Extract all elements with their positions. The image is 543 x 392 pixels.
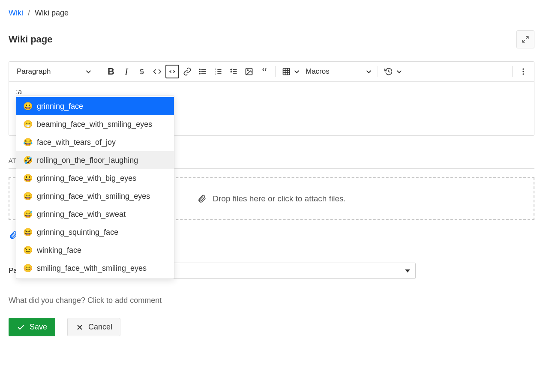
- heading-select-label: Paragraph: [17, 67, 51, 76]
- emoji-option[interactable]: 😃grinning_face_with_big_eyes: [16, 169, 174, 187]
- strikethrough-button[interactable]: [135, 64, 149, 79]
- emoji-name: grinning_face_with_sweat: [37, 210, 126, 219]
- svg-text:3: 3: [215, 72, 216, 75]
- emoji-name: grinning_squinting_face: [37, 228, 118, 237]
- more-button[interactable]: [516, 64, 531, 79]
- expand-button[interactable]: [516, 30, 534, 48]
- emoji-option[interactable]: 😉winking_face: [16, 241, 174, 259]
- svg-point-25: [522, 71, 524, 72]
- emoji-icon: 😅: [23, 209, 33, 219]
- code-button[interactable]: [150, 64, 165, 79]
- emoji-autocomplete: 😀grinning_face😁beaming_face_with_smiling…: [16, 96, 174, 279]
- history-button[interactable]: [381, 64, 403, 79]
- link-button[interactable]: [180, 64, 195, 79]
- svg-point-6: [200, 71, 201, 72]
- svg-point-18: [247, 70, 249, 71]
- emoji-icon: 😉: [23, 245, 33, 255]
- emoji-name: winking_face: [37, 246, 81, 255]
- breadcrumb-current: Wiki page: [35, 9, 69, 17]
- ordered-list-button[interactable]: 123: [211, 64, 225, 79]
- chevron-down-icon: [397, 69, 402, 73]
- emoji-icon: 😊: [23, 263, 33, 273]
- svg-point-5: [200, 69, 201, 70]
- svg-point-24: [522, 69, 524, 70]
- emoji-option[interactable]: 😄grinning_face_with_smiling_eyes: [16, 187, 174, 205]
- emoji-icon: 😂: [23, 138, 33, 147]
- macros-select[interactable]: Macros: [301, 65, 374, 78]
- dropzone-label: Drop files here or click to attach files…: [213, 194, 345, 203]
- emoji-name: beaming_face_with_smiling_eyes: [37, 120, 152, 129]
- svg-point-26: [522, 73, 524, 75]
- emoji-name: face_with_tears_of_joy: [37, 138, 116, 147]
- quote-button[interactable]: “: [257, 64, 272, 79]
- emoji-option[interactable]: 🤣rolling_on_the_floor_laughing: [16, 151, 174, 169]
- emoji-option[interactable]: 😀grinning_face: [16, 97, 174, 115]
- emoji-option[interactable]: 😊smiling_face_with_smiling_eyes: [16, 259, 174, 277]
- save-button[interactable]: Save: [9, 318, 55, 336]
- caret-down-icon: [405, 269, 410, 272]
- chevron-down-icon: [86, 69, 91, 73]
- svg-line-1: [522, 40, 525, 42]
- svg-line-0: [526, 36, 528, 39]
- emoji-icon: 😁: [23, 120, 33, 129]
- image-button[interactable]: [242, 64, 256, 79]
- heading-select[interactable]: Paragraph: [12, 65, 94, 78]
- close-icon: [75, 323, 84, 332]
- task-list-button[interactable]: [226, 64, 241, 79]
- emoji-name: grinning_face_with_smiling_eyes: [37, 192, 150, 201]
- breadcrumb-separator: /: [25, 9, 33, 17]
- emoji-icon: 🤣: [23, 156, 33, 165]
- emoji-icon: 😄: [23, 192, 33, 201]
- svg-rect-19: [283, 69, 290, 75]
- emoji-name: smiling_face_with_smiling_eyes: [37, 264, 147, 273]
- emoji-name: grinning_face: [37, 102, 83, 111]
- toolbar-divider: [100, 66, 100, 77]
- toolbar-divider: [378, 66, 378, 77]
- breadcrumb-root[interactable]: Wiki: [9, 9, 23, 17]
- cancel-button-label: Cancel: [88, 323, 112, 332]
- wysiwyg-editor: Paragraph B I 123 “: [9, 61, 534, 136]
- emoji-icon: 😃: [23, 174, 33, 183]
- toolbar-divider: [512, 66, 513, 77]
- change-comment-prompt[interactable]: What did you change? Click to add commen…: [9, 296, 534, 305]
- emoji-option[interactable]: 😁beaming_face_with_smiling_eyes: [16, 115, 174, 133]
- emoji-option[interactable]: 😅grinning_face_with_sweat: [16, 205, 174, 223]
- bullet-list-button[interactable]: [195, 64, 210, 79]
- editor-toolbar: Paragraph B I 123 “: [9, 62, 534, 82]
- paperclip-icon: [197, 194, 207, 203]
- cancel-button[interactable]: Cancel: [67, 318, 120, 336]
- breadcrumb: Wiki / Wiki page: [9, 9, 534, 18]
- save-button-label: Save: [30, 323, 47, 332]
- emoji-option[interactable]: 😂face_with_tears_of_joy: [16, 133, 174, 151]
- check-icon: [17, 323, 25, 332]
- emoji-name: rolling_on_the_floor_laughing: [37, 156, 138, 165]
- toolbar-divider: [275, 66, 276, 77]
- svg-point-7: [200, 73, 201, 74]
- table-button[interactable]: [279, 64, 300, 79]
- italic-button[interactable]: I: [119, 64, 134, 79]
- page-title: Wiki page: [9, 34, 53, 45]
- chevron-down-icon: [366, 69, 371, 73]
- bold-button[interactable]: B: [104, 64, 118, 79]
- chevron-down-icon: [294, 69, 299, 73]
- emoji-name: grinning_face_with_big_eyes: [37, 174, 136, 183]
- code-block-button[interactable]: [165, 65, 179, 78]
- emoji-option[interactable]: 😆grinning_squinting_face: [16, 223, 174, 241]
- emoji-icon: 😆: [23, 227, 33, 237]
- emoji-icon: 😀: [23, 102, 33, 111]
- macros-select-label: Macros: [306, 67, 330, 76]
